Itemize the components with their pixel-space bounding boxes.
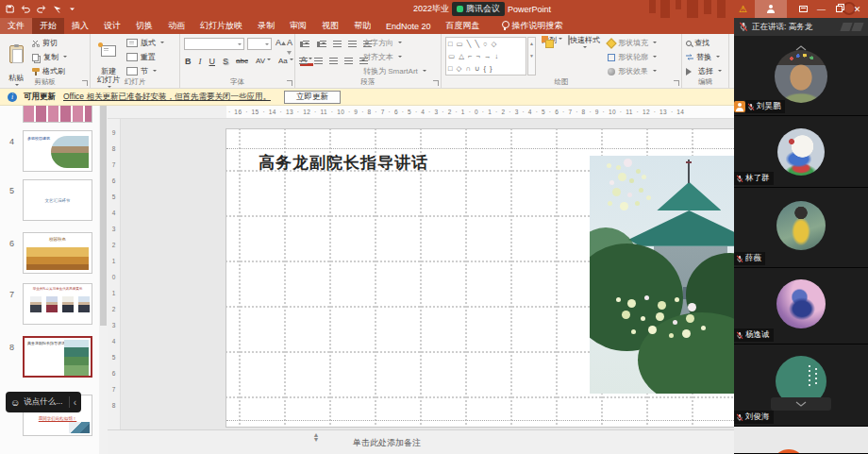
update-now-button[interactable]: 立即更新 <box>284 91 341 104</box>
account-button[interactable] <box>755 0 787 18</box>
restore-button[interactable] <box>830 0 848 18</box>
layout-button[interactable]: 版式 <box>126 37 164 49</box>
select-button[interactable]: 选择 <box>686 65 722 77</box>
notes-placeholder[interactable]: 单击此处添加备注 <box>353 437 421 449</box>
thumbnail-slide-8-selected[interactable]: 高务龙副院长指导讲话 <box>23 336 92 378</box>
text-shadow-button[interactable]: S <box>222 57 229 66</box>
tell-me-search[interactable]: 操作说明搜索 <box>501 18 563 34</box>
shape-outline-button[interactable]: 形状轮廓 <box>608 51 657 63</box>
tencent-meeting-chip[interactable]: 腾讯会议 <box>452 2 505 16</box>
arrange-button[interactable]: 排列 <box>540 36 564 77</box>
shapes-gallery-scrollbar[interactable]: ▲▼ <box>527 37 536 76</box>
tab-insert[interactable]: 插入 <box>64 18 96 34</box>
slide-title-text[interactable]: 高务龙副院长指导讲话 <box>259 152 428 174</box>
shape-fill-button[interactable]: 形状填充 <box>608 37 657 49</box>
increase-indent-button[interactable] <box>348 41 357 48</box>
notes-splitter-handle[interactable]: ▲ ▼ <box>311 432 321 443</box>
chat-collapse-icon[interactable]: ‹ <box>74 397 76 408</box>
emoji-icon[interactable]: ☺ <box>10 397 20 408</box>
shape-effects-button[interactable]: 形状效果 <box>608 65 657 77</box>
new-slide-button[interactable]: 新建 幻灯片 <box>94 36 123 77</box>
thumbnail-scrollbar-thumb[interactable] <box>100 106 107 326</box>
shapes-gallery[interactable]: □ ▭ ╲ ╲ ○ ◇ ▭ △ ⌐ ¬ → ↓ □ ◇ ∩ ∪ { } <box>445 37 526 76</box>
font-dialog-launcher[interactable] <box>287 80 292 86</box>
thumbnail-slide-3[interactable] <box>23 106 92 123</box>
clipboard-dialog-launcher[interactable] <box>82 80 88 86</box>
thumbnail-slide-5[interactable]: 文艺汇演环节 <box>23 179 92 221</box>
decrease-indent-button[interactable] <box>333 41 342 48</box>
align-left-button[interactable] <box>299 58 308 65</box>
tab-animations[interactable]: 动画 <box>160 18 192 34</box>
character-spacing-button[interactable]: AV <box>255 57 272 65</box>
strikethrough-button[interactable]: abc <box>235 57 249 65</box>
change-case-button[interactable]: Aa <box>277 57 294 65</box>
tab-design[interactable]: 设计 <box>96 18 128 34</box>
font-size-combo[interactable] <box>247 38 272 50</box>
notes-pane[interactable]: ▲ ▼ 单击此处添加备注 <box>108 429 734 454</box>
scroll-more-button[interactable] <box>771 397 831 411</box>
slide-canvas[interactable]: 高务龙副院长指导讲话 <box>226 129 734 427</box>
text-direction-button[interactable]: 文字方向 <box>363 37 402 49</box>
mic-muted-icon <box>747 103 755 111</box>
undo-icon[interactable] <box>21 5 30 13</box>
tab-view[interactable]: 视图 <box>314 18 346 34</box>
paste-button[interactable]: 粘贴 <box>2 36 30 77</box>
tab-file[interactable]: 文件 <box>0 18 32 34</box>
save-icon[interactable] <box>6 5 14 13</box>
mic-muted-icon <box>736 255 743 263</box>
align-center-button[interactable] <box>314 58 323 65</box>
reset-icon <box>126 53 138 61</box>
justify-button[interactable] <box>344 58 353 65</box>
font-name-combo[interactable] <box>184 38 244 50</box>
start-slideshow-icon[interactable] <box>53 5 62 13</box>
thumbnail-slide-6[interactable]: 校园秋色 <box>23 232 92 274</box>
format-painter-button[interactable]: 格式刷 <box>32 65 65 77</box>
chat-input-placeholder[interactable]: 说点什么... <box>24 396 64 408</box>
section-button[interactable]: 节 <box>126 65 157 77</box>
thumbnail-scrollbar[interactable] <box>99 106 108 454</box>
tab-endnote[interactable]: EndNote 20 <box>378 18 439 34</box>
replace-button[interactable]: 替换 <box>686 51 720 63</box>
redo-icon[interactable] <box>37 5 46 13</box>
drawing-dialog-launcher[interactable] <box>674 80 679 86</box>
customize-qat-icon[interactable] <box>69 6 75 12</box>
slide-photo-pagoda[interactable] <box>590 156 734 394</box>
reset-button[interactable]: 重置 <box>126 51 156 63</box>
paragraph-dialog-launcher[interactable] <box>433 80 439 86</box>
convert-smartart-button[interactable]: 转换为 SmartArt <box>363 65 426 77</box>
participant-tile[interactable]: 林了群 <box>734 116 868 188</box>
thumbnail-slide-7[interactable]: 毕业典礼嘉宾与学生代表风采展示 <box>23 283 92 325</box>
meeting-chat-bar[interactable]: ☺ 说点什么... ‹ <box>6 392 81 412</box>
update-warning-icon[interactable]: ⚠ <box>739 4 747 14</box>
participant-tile[interactable]: 刘昊鹏 <box>734 36 868 116</box>
tab-record[interactable]: 录制 <box>250 18 282 34</box>
quick-styles-button[interactable]: 快速样式 <box>566 36 602 77</box>
bold-button[interactable]: B <box>184 57 192 66</box>
tencent-meeting-icon <box>457 6 463 12</box>
copy-button[interactable]: 复制 <box>32 51 67 63</box>
close-button[interactable]: ✕ <box>848 0 866 18</box>
tab-slideshow[interactable]: 幻灯片放映 <box>192 18 250 34</box>
tab-help[interactable]: 帮助 <box>346 18 378 34</box>
underline-button[interactable]: U <box>209 57 217 66</box>
participant-tile[interactable] <box>734 427 868 454</box>
cut-button[interactable]: 剪切 <box>32 37 58 49</box>
tab-transitions[interactable]: 切换 <box>128 18 160 34</box>
thumbnail-slide-4[interactable]: 参观校园建筑 <box>23 130 92 172</box>
notification-message[interactable]: Office 相关更新已准备好安装，但首先需要关闭一些应用。 <box>63 92 271 103</box>
tab-home[interactable]: 开始 <box>32 18 64 34</box>
tab-baidu-netdisk[interactable]: 百度网盘 <box>439 18 488 34</box>
shrink-font-button[interactable]: A <box>286 38 294 57</box>
align-right-button[interactable] <box>329 58 338 65</box>
ribbon-display-options-button[interactable] <box>794 0 812 18</box>
participant-tile[interactable]: 薛薇 <box>734 188 868 268</box>
italic-button[interactable]: I <box>198 57 203 66</box>
participant-tile[interactable]: 杨逸诚 <box>734 268 868 345</box>
find-button[interactable]: 查找 <box>686 37 709 49</box>
participant-tile[interactable]: 刘俊海 <box>734 345 868 427</box>
numbering-button[interactable] <box>320 41 326 48</box>
tab-review[interactable]: 审阅 <box>282 18 314 34</box>
minimize-button[interactable]: — <box>812 0 830 18</box>
align-text-button[interactable]: 对齐文本 <box>363 51 402 63</box>
bullets-button[interactable] <box>303 41 309 48</box>
